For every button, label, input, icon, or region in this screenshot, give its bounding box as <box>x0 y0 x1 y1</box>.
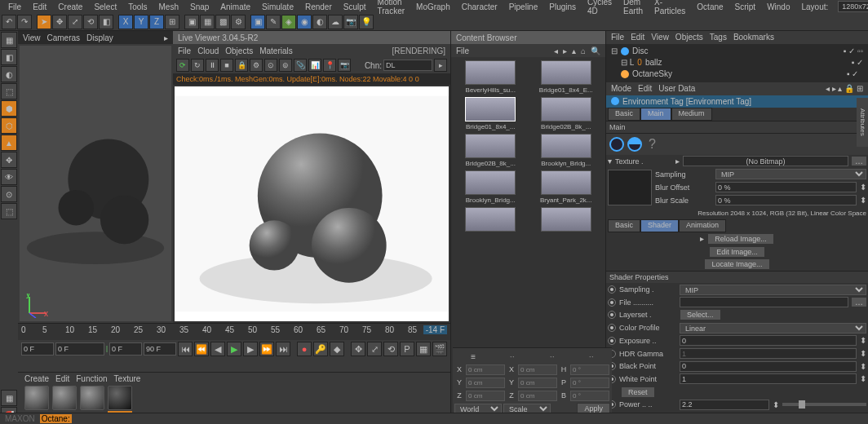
attributes-tab[interactable]: Attributes <box>857 98 868 147</box>
tl-start[interactable] <box>21 342 54 356</box>
hdrgamma-input[interactable] <box>680 348 857 359</box>
editable-button[interactable]: ▦ <box>1 32 17 48</box>
next-frame-button[interactable]: ▶ <box>243 342 258 356</box>
menu-snap[interactable]: Snap <box>185 2 214 12</box>
power-slider[interactable] <box>782 403 867 406</box>
cb-item[interactable]: Bryant_Park_2k... <box>530 170 603 204</box>
menu-simulate[interactable]: Simulate <box>257 2 299 12</box>
chn-select[interactable] <box>383 60 432 71</box>
prev-key-button[interactable]: ⏪ <box>194 342 209 356</box>
file-input[interactable] <box>680 297 848 307</box>
x-lock-button[interactable]: X <box>118 15 133 29</box>
recent-tool[interactable]: ◧ <box>99 15 113 29</box>
blackpoint-input[interactable] <box>680 361 857 372</box>
render-output[interactable] <box>175 86 449 321</box>
camera-button[interactable]: 📷 <box>343 15 358 29</box>
sampling2-select[interactable]: MIP <box>680 285 866 295</box>
render-pv-button[interactable]: ▩ <box>215 15 230 29</box>
rot-b-input[interactable] <box>570 391 609 401</box>
cb-nav-back-icon[interactable]: ◂ <box>554 46 558 55</box>
goto-end-button[interactable]: ⏭ <box>276 342 290 356</box>
texture-browse-button[interactable]: … <box>852 157 866 166</box>
lv-pin-icon[interactable]: 📍 <box>323 59 336 72</box>
power-input[interactable] <box>680 400 769 410</box>
env-type2-button[interactable] <box>627 137 642 152</box>
polys-mode-button[interactable]: ▲ <box>1 135 17 151</box>
lv-stats-icon[interactable]: 📊 <box>308 59 321 72</box>
tl-current[interactable] <box>109 342 142 356</box>
film-button[interactable]: 🎬 <box>432 342 447 356</box>
menu-xparticles[interactable]: X-Particles <box>649 0 690 16</box>
mat-menu-create[interactable]: Create <box>24 374 49 383</box>
menu-plugins[interactable]: Plugins <box>544 2 581 12</box>
layerset-select-button[interactable]: Select... <box>680 309 721 320</box>
vp-menu-display[interactable]: Display <box>86 33 113 42</box>
points-mode-button[interactable]: ⬢ <box>1 100 17 117</box>
menu-file[interactable]: File <box>3 2 26 12</box>
mat-menu-edit[interactable]: Edit <box>55 374 69 383</box>
cube-primitive-button[interactable]: ▣ <box>250 15 265 29</box>
menu-tools[interactable]: Tools <box>123 2 152 12</box>
pos-y-input[interactable] <box>466 378 505 388</box>
object-row[interactable]: ⊟ L0 ballz▪ ✓ <box>611 57 863 68</box>
cb-item[interactable]: Bridge02B_8k_... <box>530 97 603 130</box>
menu-script[interactable]: Script <box>730 2 761 12</box>
menu-motiontracker[interactable]: Motion Tracker <box>373 0 410 16</box>
cb-home-icon[interactable]: ⌂ <box>581 46 586 55</box>
render-region-button[interactable]: ▦ <box>200 15 215 29</box>
menu-sculpt[interactable]: Sculpt <box>339 2 371 12</box>
workplane-button[interactable]: ⬚ <box>1 83 17 99</box>
menu-octane[interactable]: Octane <box>692 2 728 12</box>
lv-pick-icon[interactable]: ⊙ <box>264 59 277 72</box>
cb-item[interactable]: Brooklyn_Bridg... <box>530 134 603 167</box>
rp-menu-edit[interactable]: Edit <box>631 33 644 42</box>
whitepoint-input[interactable] <box>680 373 857 384</box>
subtab-shader[interactable]: Shader <box>640 219 679 232</box>
rp-menu-bookmarks[interactable]: Bookmarks <box>733 33 774 42</box>
sampling-select[interactable]: MIP <box>715 169 866 179</box>
render-settings-button[interactable]: ⚙ <box>231 15 246 29</box>
lv-expand-icon[interactable]: ▸ <box>434 59 447 72</box>
help-icon[interactable]: ? <box>649 137 656 152</box>
exposure-input[interactable] <box>680 335 857 346</box>
lv-pause-icon[interactable]: ⏸ <box>206 59 219 72</box>
rot-h-input[interactable] <box>570 364 609 375</box>
grid-button[interactable]: ▦ <box>1 390 17 406</box>
menu-edit[interactable]: Edit <box>28 2 51 12</box>
rp-menu-file[interactable]: File <box>611 33 624 42</box>
pen-tool-button[interactable]: ✎ <box>266 15 281 29</box>
lv-stop-icon[interactable]: ■ <box>220 59 233 72</box>
attr-nav-icons[interactable]: ◂ ▸ ▴ 🔒 ⊞ <box>826 84 863 93</box>
goto-start-button[interactable]: ⏮ <box>178 342 193 356</box>
y-lock-button[interactable]: Y <box>134 15 148 29</box>
edit-image-button[interactable]: Edit Image... <box>709 246 765 258</box>
cb-menu-file[interactable]: File <box>456 46 469 55</box>
colorprofile-select[interactable]: Linear <box>680 323 866 333</box>
menu-create[interactable]: Create <box>53 2 87 12</box>
blur-scale-input[interactable] <box>715 195 857 205</box>
locate-image-button[interactable]: Locate Image... <box>704 258 769 270</box>
extrude-button[interactable]: ◉ <box>297 15 312 29</box>
texture-path-input[interactable] <box>683 156 848 166</box>
file-browse-button[interactable]: … <box>852 298 866 307</box>
attr-menu-mode[interactable]: Mode <box>611 84 631 93</box>
size-z-input[interactable] <box>518 391 557 401</box>
rotate-tool[interactable]: ⟲ <box>83 15 98 29</box>
autokey-button[interactable]: 🔑 <box>313 342 328 356</box>
blur-offset-input[interactable] <box>715 182 857 192</box>
texture-arrow-icon[interactable]: ▸ <box>675 157 680 166</box>
attr-menu-userdata[interactable]: User Data <box>658 84 695 93</box>
select-tool[interactable]: ➤ <box>37 15 51 29</box>
cb-item[interactable]: Bridge01_8x4_E... <box>530 60 603 94</box>
vp-menu-view[interactable]: View <box>23 33 41 42</box>
lv-reload-icon[interactable]: ↻ <box>191 59 204 72</box>
cb-item[interactable]: Brooklyn_Bridg... <box>454 170 527 204</box>
param-key-button[interactable]: P <box>400 342 414 356</box>
texture-mode-button[interactable]: ◐ <box>1 66 17 82</box>
cb-item[interactable]: Bridge01_8x4_... <box>454 97 527 130</box>
prev-frame-button[interactable]: ◀ <box>210 342 225 356</box>
pos-key-button[interactable]: ✥ <box>351 342 365 356</box>
tl-range-end[interactable] <box>144 342 176 356</box>
lv-focus-icon[interactable]: ⊚ <box>279 59 292 72</box>
vp-menu-cameras[interactable]: Cameras <box>47 33 81 42</box>
